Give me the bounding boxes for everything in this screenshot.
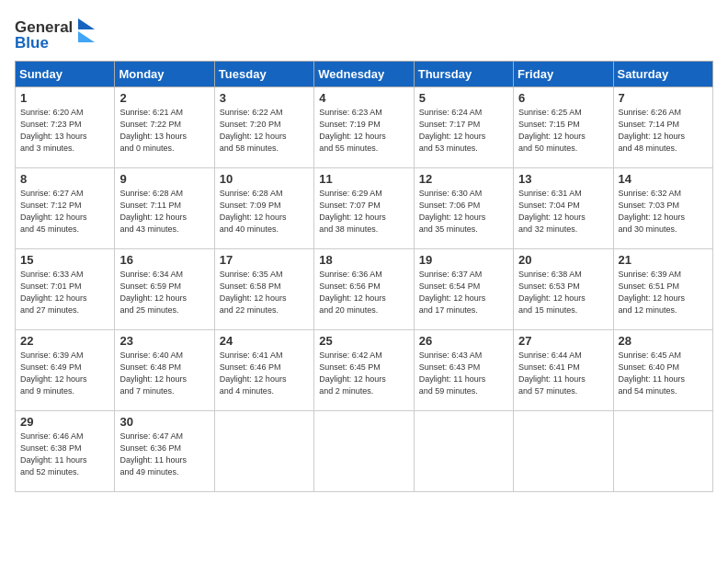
day-info: Sunrise: 6:41 AMSunset: 6:46 PMDaylight:… xyxy=(220,350,309,397)
day-num: 4 xyxy=(319,91,408,105)
cell-30: 30Sunrise: 6:47 AMSunset: 6:36 PMDayligh… xyxy=(115,411,214,492)
day-info: Sunrise: 6:37 AMSunset: 6:54 PMDaylight:… xyxy=(419,269,508,316)
cell-22: 22Sunrise: 6:39 AMSunset: 6:49 PMDayligh… xyxy=(16,330,115,411)
cell-10: 10Sunrise: 6:28 AMSunset: 7:09 PMDayligh… xyxy=(214,168,313,249)
cell-19: 19Sunrise: 6:37 AMSunset: 6:54 PMDayligh… xyxy=(414,249,513,330)
cell-5: 5Sunrise: 6:24 AMSunset: 7:17 PMDaylight… xyxy=(414,87,513,168)
day-header-tuesday: Tuesday xyxy=(214,62,313,87)
cell-20: 20Sunrise: 6:38 AMSunset: 6:53 PMDayligh… xyxy=(514,249,613,330)
cell-11: 11Sunrise: 6:29 AMSunset: 7:07 PMDayligh… xyxy=(314,168,414,249)
day-num: 15 xyxy=(20,253,109,267)
cell-21: 21Sunrise: 6:39 AMSunset: 6:51 PMDayligh… xyxy=(613,249,712,330)
cell-empty xyxy=(514,411,613,492)
day-num: 22 xyxy=(20,334,109,348)
day-header-thursday: Thursday xyxy=(414,62,513,87)
day-num: 10 xyxy=(220,172,309,186)
cell-1: 1Sunrise: 6:20 AMSunset: 7:23 PMDaylight… xyxy=(16,87,115,168)
day-num: 13 xyxy=(518,172,608,186)
day-num: 27 xyxy=(518,334,608,348)
cell-9: 9Sunrise: 6:28 AMSunset: 7:11 PMDaylight… xyxy=(115,168,214,249)
day-info: Sunrise: 6:22 AMSunset: 7:20 PMDaylight:… xyxy=(220,107,309,155)
day-info: Sunrise: 6:47 AMSunset: 6:36 PMDaylight:… xyxy=(119,431,209,478)
day-header-friday: Friday xyxy=(514,62,613,87)
day-info: Sunrise: 6:39 AMSunset: 6:51 PMDaylight:… xyxy=(619,269,708,316)
day-num: 14 xyxy=(619,172,708,186)
cell-6: 6Sunrise: 6:25 AMSunset: 7:15 PMDaylight… xyxy=(514,87,613,168)
logo-icon xyxy=(74,18,95,52)
day-num: 12 xyxy=(419,172,508,186)
day-num: 18 xyxy=(319,253,408,267)
day-num: 11 xyxy=(319,172,408,186)
cell-16: 16Sunrise: 6:34 AMSunset: 6:59 PMDayligh… xyxy=(115,249,214,330)
day-header-monday: Monday xyxy=(115,62,214,87)
cell-15: 15Sunrise: 6:33 AMSunset: 7:01 PMDayligh… xyxy=(16,249,115,330)
day-num: 2 xyxy=(119,91,209,105)
day-info: Sunrise: 6:32 AMSunset: 7:03 PMDaylight:… xyxy=(619,188,708,236)
logo-graphic: General Blue xyxy=(15,18,95,52)
day-num: 17 xyxy=(220,253,309,267)
day-num: 6 xyxy=(518,91,608,105)
day-num: 3 xyxy=(220,91,309,105)
cell-3: 3Sunrise: 6:22 AMSunset: 7:20 PMDaylight… xyxy=(214,87,313,168)
day-info: Sunrise: 6:24 AMSunset: 7:17 PMDaylight:… xyxy=(419,107,508,155)
day-info: Sunrise: 6:46 AMSunset: 6:38 PMDaylight:… xyxy=(20,431,109,478)
day-info: Sunrise: 6:44 AMSunset: 6:41 PMDaylight:… xyxy=(518,350,608,397)
day-num: 7 xyxy=(619,91,708,105)
day-info: Sunrise: 6:21 AMSunset: 7:22 PMDaylight:… xyxy=(119,107,209,155)
day-num: 1 xyxy=(20,91,109,105)
cell-empty xyxy=(414,411,513,492)
day-info: Sunrise: 6:35 AMSunset: 6:58 PMDaylight:… xyxy=(220,269,309,316)
day-info: Sunrise: 6:25 AMSunset: 7:15 PMDaylight:… xyxy=(518,107,608,155)
day-info: Sunrise: 6:38 AMSunset: 6:53 PMDaylight:… xyxy=(518,269,608,316)
cell-12: 12Sunrise: 6:30 AMSunset: 7:06 PMDayligh… xyxy=(414,168,513,249)
day-header-saturday: Saturday xyxy=(613,62,712,87)
cell-empty xyxy=(314,411,414,492)
day-num: 19 xyxy=(419,253,508,267)
logo: General Blue xyxy=(15,18,95,52)
day-info: Sunrise: 6:33 AMSunset: 7:01 PMDaylight:… xyxy=(20,269,109,316)
cell-13: 13Sunrise: 6:31 AMSunset: 7:04 PMDayligh… xyxy=(514,168,613,249)
day-num: 20 xyxy=(518,253,608,267)
day-num: 9 xyxy=(119,172,209,186)
cell-14: 14Sunrise: 6:32 AMSunset: 7:03 PMDayligh… xyxy=(613,168,712,249)
day-info: Sunrise: 6:40 AMSunset: 6:48 PMDaylight:… xyxy=(119,350,209,397)
day-info: Sunrise: 6:29 AMSunset: 7:07 PMDaylight:… xyxy=(319,188,408,236)
cell-26: 26Sunrise: 6:43 AMSunset: 6:43 PMDayligh… xyxy=(414,330,513,411)
cell-18: 18Sunrise: 6:36 AMSunset: 6:56 PMDayligh… xyxy=(314,249,414,330)
cell-24: 24Sunrise: 6:41 AMSunset: 6:46 PMDayligh… xyxy=(214,330,313,411)
day-num: 24 xyxy=(220,334,309,348)
day-info: Sunrise: 6:28 AMSunset: 7:09 PMDaylight:… xyxy=(220,188,309,236)
day-info: Sunrise: 6:31 AMSunset: 7:04 PMDaylight:… xyxy=(518,188,608,236)
header: General Blue xyxy=(15,15,713,52)
cell-2: 2Sunrise: 6:21 AMSunset: 7:22 PMDaylight… xyxy=(115,87,214,168)
day-num: 29 xyxy=(20,415,109,429)
day-num: 23 xyxy=(119,334,209,348)
day-info: Sunrise: 6:26 AMSunset: 7:14 PMDaylight:… xyxy=(619,107,708,155)
day-num: 21 xyxy=(619,253,708,267)
svg-marker-0 xyxy=(78,18,95,29)
cell-23: 23Sunrise: 6:40 AMSunset: 6:48 PMDayligh… xyxy=(115,330,214,411)
cell-17: 17Sunrise: 6:35 AMSunset: 6:58 PMDayligh… xyxy=(214,249,313,330)
day-num: 30 xyxy=(119,415,209,429)
day-info: Sunrise: 6:34 AMSunset: 6:59 PMDaylight:… xyxy=(119,269,209,316)
day-info: Sunrise: 6:23 AMSunset: 7:19 PMDaylight:… xyxy=(319,107,408,155)
day-num: 26 xyxy=(419,334,508,348)
cell-27: 27Sunrise: 6:44 AMSunset: 6:41 PMDayligh… xyxy=(514,330,613,411)
day-info: Sunrise: 6:45 AMSunset: 6:40 PMDaylight:… xyxy=(619,350,708,397)
day-num: 25 xyxy=(319,334,408,348)
cell-29: 29Sunrise: 6:46 AMSunset: 6:38 PMDayligh… xyxy=(16,411,115,492)
day-info: Sunrise: 6:39 AMSunset: 6:49 PMDaylight:… xyxy=(20,350,109,397)
cell-25: 25Sunrise: 6:42 AMSunset: 6:45 PMDayligh… xyxy=(314,330,414,411)
cell-28: 28Sunrise: 6:45 AMSunset: 6:40 PMDayligh… xyxy=(613,330,712,411)
cell-empty xyxy=(214,411,313,492)
day-info: Sunrise: 6:20 AMSunset: 7:23 PMDaylight:… xyxy=(20,107,109,155)
day-num: 8 xyxy=(20,172,109,186)
calendar-page: General Blue SundayMondayTuesdayWednesda… xyxy=(0,0,728,563)
day-num: 28 xyxy=(619,334,708,348)
cell-7: 7Sunrise: 6:26 AMSunset: 7:14 PMDaylight… xyxy=(613,87,712,168)
day-info: Sunrise: 6:36 AMSunset: 6:56 PMDaylight:… xyxy=(319,269,408,316)
day-header-wednesday: Wednesday xyxy=(314,62,414,87)
day-num: 5 xyxy=(419,91,508,105)
day-info: Sunrise: 6:27 AMSunset: 7:12 PMDaylight:… xyxy=(20,188,109,236)
day-info: Sunrise: 6:28 AMSunset: 7:11 PMDaylight:… xyxy=(119,188,209,236)
